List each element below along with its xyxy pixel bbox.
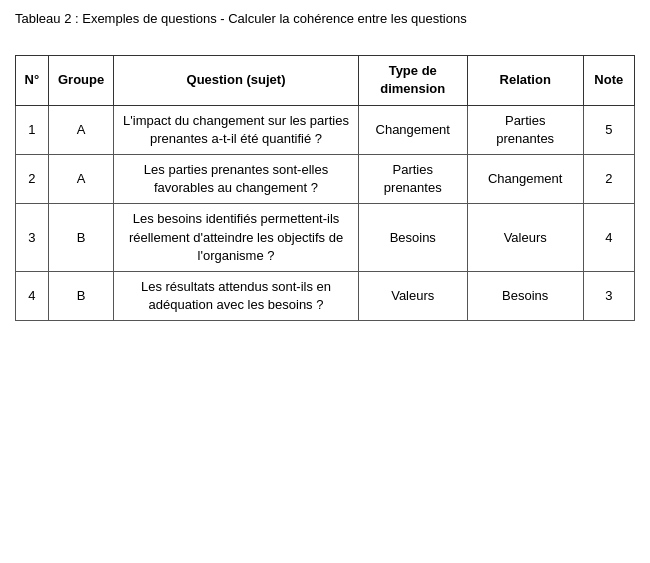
cell-type: Besoins <box>358 204 467 272</box>
cell-num: 4 <box>16 271 49 320</box>
cell-group: A <box>48 105 114 154</box>
cell-note: 4 <box>583 204 634 272</box>
cell-note: 5 <box>583 105 634 154</box>
header-type: Type de dimension <box>358 56 467 105</box>
cell-group: B <box>48 271 114 320</box>
table-row: 4BLes résultats attendus sont-ils en adé… <box>16 271 635 320</box>
header-num: N° <box>16 56 49 105</box>
cell-question: Les résultats attendus sont-ils en adéqu… <box>114 271 358 320</box>
cell-note: 2 <box>583 154 634 203</box>
table-row: 3BLes besoins identifiés permettent-ils … <box>16 204 635 272</box>
cell-group: B <box>48 204 114 272</box>
page-title: Tableau 2 : Exemples de questions - Calc… <box>15 10 635 28</box>
header-question: Question (sujet) <box>114 56 358 105</box>
cell-relation: Valeurs <box>467 204 583 272</box>
header-relation: Relation <box>467 56 583 105</box>
cell-type: Parties prenantes <box>358 154 467 203</box>
cell-relation: Besoins <box>467 271 583 320</box>
cell-question: Les parties prenantes sont-elles favorab… <box>114 154 358 203</box>
cell-type: Valeurs <box>358 271 467 320</box>
cell-question: Les besoins identifiés permettent-ils ré… <box>114 204 358 272</box>
cell-question: L'impact du changement sur les parties p… <box>114 105 358 154</box>
table-header-row: N° Groupe Question (sujet) Type de dimen… <box>16 56 635 105</box>
cell-num: 3 <box>16 204 49 272</box>
header-group: Groupe <box>48 56 114 105</box>
cell-type: Changement <box>358 105 467 154</box>
cell-group: A <box>48 154 114 203</box>
cell-relation: Parties prenantes <box>467 105 583 154</box>
cell-relation: Changement <box>467 154 583 203</box>
cell-num: 2 <box>16 154 49 203</box>
cell-num: 1 <box>16 105 49 154</box>
header-note: Note <box>583 56 634 105</box>
cell-note: 3 <box>583 271 634 320</box>
table-row: 2ALes parties prenantes sont-elles favor… <box>16 154 635 203</box>
main-table: N° Groupe Question (sujet) Type de dimen… <box>15 55 635 321</box>
table-row: 1AL'impact du changement sur les parties… <box>16 105 635 154</box>
